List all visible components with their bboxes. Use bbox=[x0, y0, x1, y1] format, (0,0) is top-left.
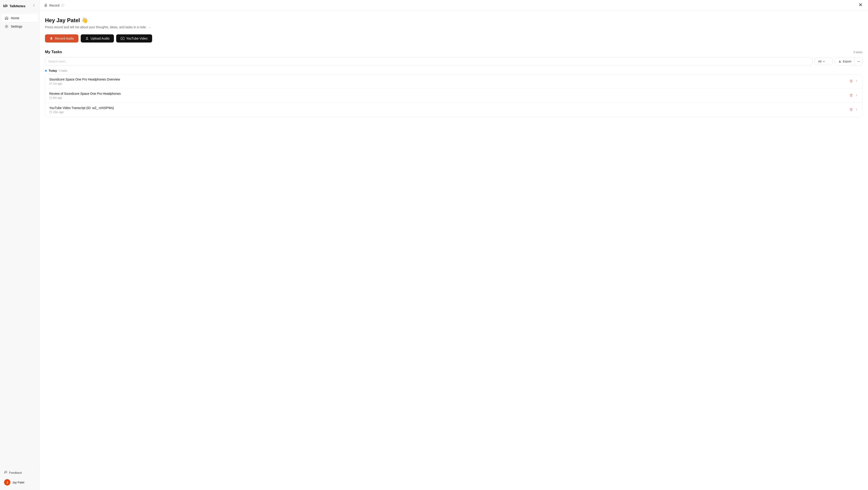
upload-audio-label: Upload Audio bbox=[91, 37, 110, 40]
svg-point-9 bbox=[858, 61, 859, 62]
task-time: 8m ago bbox=[53, 96, 62, 99]
close-button[interactable] bbox=[858, 2, 864, 9]
chevron-right-icon bbox=[855, 94, 858, 98]
svg-rect-2 bbox=[6, 4, 6, 7]
settings-icon bbox=[4, 24, 8, 29]
today-text: Today bbox=[49, 69, 57, 72]
topbar-right bbox=[858, 2, 864, 9]
svg-rect-11 bbox=[50, 83, 52, 85]
task-time: 1m ago bbox=[53, 82, 62, 85]
sidebar-item-home[interactable]: Home bbox=[1, 14, 38, 22]
youtube-btn-icon bbox=[121, 37, 124, 40]
info-icon: ⓘ bbox=[61, 3, 64, 7]
task-meta: 8m ago bbox=[49, 96, 121, 99]
task-meta: 15m ago bbox=[49, 111, 114, 114]
today-count: 3 tasks bbox=[59, 69, 67, 72]
youtube-video-label: YouTube Video bbox=[126, 37, 147, 40]
svg-rect-5 bbox=[45, 4, 46, 6]
tasks-count: 3 tasks bbox=[853, 51, 863, 54]
export-label: Export bbox=[843, 60, 851, 63]
chevron-right-icon bbox=[855, 80, 858, 84]
microphone-btn-icon bbox=[50, 37, 53, 40]
content-area: Hey Jay Patel 👋 Press record and tell me… bbox=[39, 11, 868, 490]
tasks-header: My Tasks 3 tasks bbox=[45, 50, 863, 54]
task-time: 15m ago bbox=[53, 111, 64, 114]
sidebar-header: TalkNotes bbox=[0, 0, 39, 12]
task-list: Soundcore Space One Pro Headphones Overv… bbox=[45, 74, 863, 117]
search-input-wrap bbox=[45, 57, 812, 65]
export-more-wrap: Export bbox=[835, 58, 863, 65]
task-title: YouTube Video Transcript (ID: wZ_-eXtSPW… bbox=[49, 106, 114, 110]
topbar-left: Record ⓘ bbox=[44, 3, 64, 7]
task-item-left: YouTube Video Transcript (ID: wZ_-eXtSPW… bbox=[49, 106, 114, 114]
table-row[interactable]: YouTube Video Transcript (ID: wZ_-eXtSPW… bbox=[45, 103, 862, 117]
task-title: Review of Soundcore Space One Pro Headph… bbox=[49, 92, 121, 95]
table-row[interactable]: Review of Soundcore Space One Pro Headph… bbox=[45, 89, 862, 103]
delete-icon[interactable] bbox=[849, 80, 853, 84]
task-item-right bbox=[849, 94, 858, 98]
filter-select[interactable]: All bbox=[815, 58, 833, 65]
action-buttons: Record Audio Upload Audio bbox=[45, 34, 863, 42]
calendar-icon bbox=[49, 111, 52, 114]
topbar-record-label: Record bbox=[49, 4, 59, 7]
task-item-right bbox=[849, 108, 858, 112]
today-dot bbox=[45, 70, 47, 72]
calendar-icon bbox=[49, 97, 52, 99]
main-content: Record ⓘ Hey Jay Patel 👋 Press record an… bbox=[39, 0, 868, 490]
task-meta: 1m ago bbox=[49, 82, 120, 85]
svg-rect-1 bbox=[4, 5, 5, 7]
sidebar-nav: Home Settings bbox=[0, 12, 39, 466]
chevron-right-icon bbox=[855, 108, 858, 112]
svg-point-8 bbox=[857, 61, 858, 62]
avatar: J bbox=[4, 479, 10, 486]
app-name: TalkNotes bbox=[9, 4, 26, 8]
task-item-left: Soundcore Space One Pro Headphones Overv… bbox=[49, 78, 120, 85]
home-label: Home bbox=[11, 16, 19, 20]
topbar: Record ⓘ bbox=[39, 0, 868, 11]
greeting-title: Hey Jay Patel 👋 bbox=[45, 17, 863, 24]
delete-icon[interactable] bbox=[849, 108, 853, 112]
chevron-down-icon bbox=[823, 60, 825, 63]
sidebar-item-settings[interactable]: Settings bbox=[1, 22, 38, 31]
user-name: Jay Patel bbox=[12, 481, 24, 484]
export-icon bbox=[838, 60, 841, 63]
calendar-icon bbox=[49, 82, 52, 85]
settings-label: Settings bbox=[11, 25, 22, 28]
sidebar-footer: Feedback J Jay Patel bbox=[0, 466, 39, 490]
upload-audio-button[interactable]: Upload Audio bbox=[81, 34, 114, 42]
table-row[interactable]: Soundcore Space One Pro Headphones Overv… bbox=[45, 74, 862, 89]
svg-rect-3 bbox=[7, 5, 7, 7]
svg-rect-12 bbox=[50, 97, 52, 99]
tasks-title: My Tasks bbox=[45, 50, 62, 54]
today-label: Today 3 tasks bbox=[45, 69, 863, 72]
more-options-button[interactable] bbox=[855, 58, 862, 65]
svg-point-10 bbox=[859, 61, 860, 62]
youtube-video-button[interactable]: YouTube Video bbox=[116, 34, 152, 42]
sidebar: TalkNotes Home Settings bbox=[0, 0, 39, 490]
record-audio-label: Record Audio bbox=[55, 37, 74, 40]
home-icon bbox=[4, 16, 8, 20]
user-profile[interactable]: J Jay Patel bbox=[2, 477, 37, 487]
delete-icon[interactable] bbox=[849, 94, 853, 98]
svg-rect-13 bbox=[50, 111, 52, 113]
svg-point-4 bbox=[6, 26, 7, 27]
upload-btn-icon bbox=[85, 37, 89, 40]
search-bar-row: All Export bbox=[45, 57, 863, 65]
app-logo: TalkNotes bbox=[3, 3, 26, 8]
collapse-button[interactable] bbox=[31, 3, 37, 8]
export-button[interactable]: Export bbox=[835, 58, 855, 65]
more-icon bbox=[857, 60, 860, 63]
task-item-left: Review of Soundcore Space One Pro Headph… bbox=[49, 92, 121, 99]
feedback-label: Feedback bbox=[9, 471, 22, 474]
svg-rect-6 bbox=[51, 37, 52, 39]
feedback-link[interactable]: Feedback bbox=[2, 469, 37, 477]
task-item-right bbox=[849, 80, 858, 84]
task-title: Soundcore Space One Pro Headphones Overv… bbox=[49, 78, 120, 81]
search-input[interactable] bbox=[45, 57, 812, 65]
microphone-icon bbox=[44, 4, 48, 7]
greeting-subtitle: Press record and tell me about your thou… bbox=[45, 25, 863, 29]
feedback-icon bbox=[4, 470, 7, 474]
logo-icon bbox=[3, 3, 8, 8]
svg-rect-0 bbox=[3, 4, 4, 7]
record-audio-button[interactable]: Record Audio bbox=[45, 34, 79, 42]
